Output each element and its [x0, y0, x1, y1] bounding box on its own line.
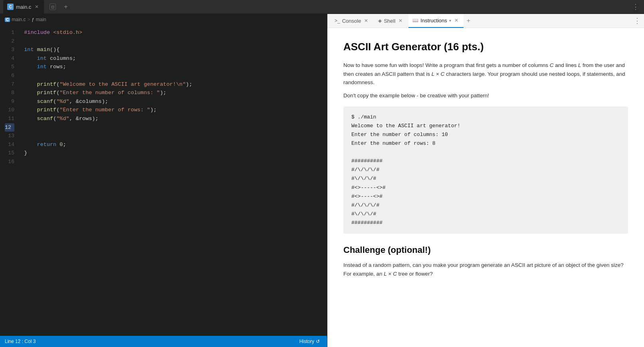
- instructions-close[interactable]: ✕: [453, 17, 460, 24]
- instructions-icon: 📖: [412, 18, 418, 23]
- right-tab-bar: >_ Console ✕ ◈ Shell ✕ 📖 Instructions ▾ …: [327, 14, 644, 28]
- breadcrumb: C main.c > ƒ main: [0, 14, 327, 25]
- instructions-body1: Now to have some fun with loops! Write a…: [343, 61, 628, 87]
- add-tab-button[interactable]: +: [61, 2, 70, 11]
- breadcrumb-file-icon: C: [5, 18, 10, 22]
- console-icon: >_: [335, 18, 340, 24]
- editor-more-options[interactable]: ⋮: [630, 2, 641, 12]
- history-icon: ↺: [316, 339, 320, 344]
- instructions-content[interactable]: ASCII Art Generator (16 pts.) Now to hav…: [327, 28, 644, 347]
- new-tab-icon: ⊡: [50, 4, 56, 10]
- instructions-highlight: Don't copy the example below - be creati…: [343, 93, 628, 99]
- breadcrumb-func: main: [36, 17, 46, 22]
- status-bar: Line 12 : Col 3 History ↺: [0, 336, 327, 347]
- history-label: History: [299, 339, 314, 344]
- main-layout: C main.c > ƒ main 1 2 3 4 5 6 7 8 9 10 1…: [0, 14, 644, 347]
- breadcrumb-func-icon: ƒ: [32, 17, 34, 22]
- right-more-options[interactable]: ⋮: [634, 16, 641, 25]
- challenge-title: Challenge (optional!): [343, 245, 628, 255]
- editor-tab-new[interactable]: ⊡: [46, 0, 60, 14]
- breadcrumb-separator: >: [28, 17, 30, 22]
- tab-console-label: Console: [342, 18, 361, 24]
- console-close[interactable]: ✕: [363, 18, 369, 24]
- tab-console[interactable]: >_ Console ✕: [331, 14, 373, 28]
- challenge-body: Instead of a random pattern, can you mak…: [343, 261, 628, 278]
- tab-shell-label: Shell: [384, 18, 395, 24]
- shell-icon: ◈: [378, 18, 382, 24]
- cursor-position: Line 12 : Col 3: [5, 339, 36, 344]
- tab-instructions-label: Instructions: [420, 18, 447, 24]
- line-numbers: 1 2 3 4 5 6 7 8 9 10 11 12 13 14 15 16: [0, 25, 18, 336]
- shell-close[interactable]: ✕: [397, 18, 404, 24]
- editor-tab-main-c[interactable]: C main.c ✕: [3, 0, 44, 14]
- tab-shell[interactable]: ◈ Shell ✕: [374, 14, 408, 28]
- editor-tab-bar: C main.c ✕ ⊡ + ⋮: [0, 0, 644, 14]
- code-content[interactable]: #include <stdio.h> int main(){ int colum…: [18, 25, 327, 336]
- c-file-icon: C: [7, 4, 14, 10]
- right-panel: >_ Console ✕ ◈ Shell ✕ 📖 Instructions ▾ …: [327, 14, 644, 347]
- history-button[interactable]: History ↺: [297, 338, 322, 345]
- editor-tab-close[interactable]: ✕: [34, 4, 40, 10]
- add-right-tab[interactable]: +: [464, 16, 473, 25]
- instructions-dropdown[interactable]: ▾: [449, 18, 451, 23]
- editor-tab-label: main.c: [16, 4, 31, 10]
- tab-instructions[interactable]: 📖 Instructions ▾ ✕: [408, 14, 463, 28]
- breadcrumb-file: main.c: [12, 17, 26, 22]
- code-example: $ ./main Welcome to the ASCII art genera…: [343, 106, 628, 234]
- status-right: History ↺: [297, 338, 322, 345]
- instructions-title: ASCII Art Generator (16 pts.): [343, 41, 628, 53]
- code-area[interactable]: 1 2 3 4 5 6 7 8 9 10 11 12 13 14 15 16 #…: [0, 25, 327, 336]
- editor-panel: C main.c > ƒ main 1 2 3 4 5 6 7 8 9 10 1…: [0, 14, 327, 347]
